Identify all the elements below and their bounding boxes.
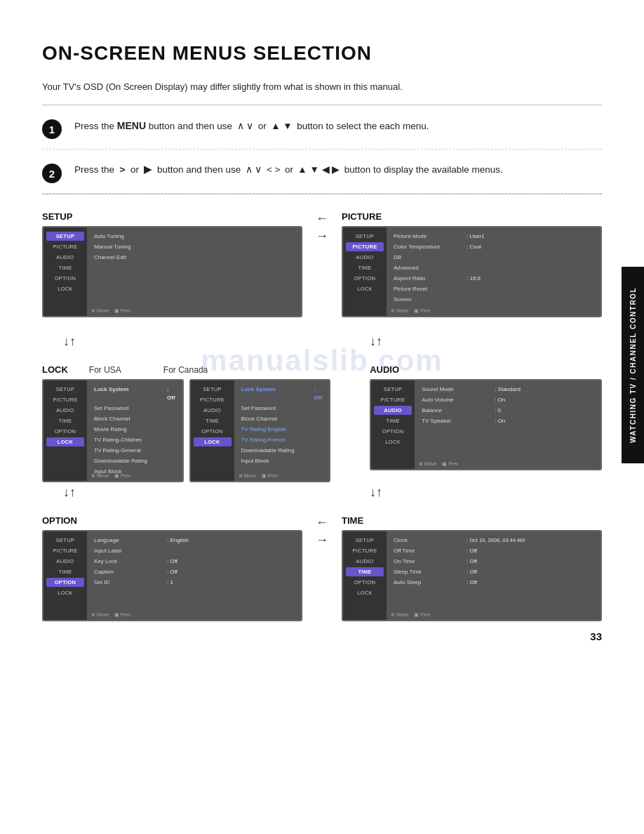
lock-canada-sidebar: SETUP PICTURE AUDIO TIME OPTION LOCK xyxy=(191,380,234,481)
picture-screen: SETUP PICTURE AUDIO TIME OPTION LOCK Pic… xyxy=(342,226,602,317)
audio-sidebar-setup: SETUP xyxy=(374,385,412,394)
time-sidebar-audio: AUDIO xyxy=(346,557,384,566)
lock-screens-container: SETUP PICTURE AUDIO TIME OPTION LOCK Loc… xyxy=(42,379,330,482)
picture-block: PICTURE SETUP PICTURE AUDIO TIME OPTION … xyxy=(342,211,602,317)
time-footer: ⊕ Move▣ Prev xyxy=(391,612,598,618)
arrow-right-icon: → xyxy=(316,229,328,244)
lock-down-arrows: ↓↑ xyxy=(63,485,302,500)
audio-block: AUDIO SETUP PICTURE AUDIO TIME OPTION LO… xyxy=(370,364,602,482)
lock-canada-lock: LOCK xyxy=(194,437,232,446)
audio-down-arrows: ↓↑ xyxy=(370,485,602,500)
picture-row-5: Aspect Ratio: 16:9 xyxy=(394,274,593,283)
down-arrows-icon-setup: ↓↑ xyxy=(63,334,76,349)
setup-label: SETUP xyxy=(42,211,302,222)
lock-usa-screen: SETUP PICTURE AUDIO TIME OPTION LOCK Loc… xyxy=(42,379,184,482)
arrow-left-icon: ← xyxy=(316,211,328,226)
picture-footer: ⊕ Move▣ Prev xyxy=(391,308,598,314)
picture-sidebar-lock: LOCK xyxy=(346,284,384,293)
lock-usa-row-4: Movie Rating xyxy=(94,425,175,434)
picture-row-3: DB xyxy=(394,253,593,262)
audio-footer: ⊕ Move▣ Prev xyxy=(419,461,598,467)
down-arrows-icon-audio: ↓↑ xyxy=(370,485,382,500)
time-label: TIME xyxy=(342,515,602,526)
picture-row-6: Picture Reset xyxy=(394,285,593,293)
center-arrows-1: ← → xyxy=(309,211,335,244)
option-screen: SETUP PICTURE AUDIO TIME OPTION LOCK Lan… xyxy=(42,530,302,621)
setup-sidebar-option: OPTION xyxy=(46,274,84,283)
lock-usa-row-3: Block Channel xyxy=(94,415,175,423)
picture-sidebar-audio: AUDIO xyxy=(346,253,384,262)
lock-usa-audio: AUDIO xyxy=(46,406,84,415)
time-sidebar-setup: SETUP xyxy=(346,536,384,545)
lock-canada-audio: AUDIO xyxy=(194,406,232,415)
option-sidebar: SETUP PICTURE AUDIO TIME OPTION LOCK xyxy=(43,531,87,620)
audio-row-3: Balance: 0 xyxy=(422,406,593,415)
option-row-5: Set ID: 1 xyxy=(94,578,294,587)
picture-sidebar-setup: SETUP xyxy=(346,232,384,241)
audio-row-2: Auto Volume: On xyxy=(422,396,593,404)
time-row-3: On Time: Off xyxy=(394,557,593,566)
picture-sidebar-option: OPTION xyxy=(346,274,384,283)
divider-bottom-steps xyxy=(42,194,602,194)
menus-row-2: LOCK For USA For Canada SETUP PICTURE AU… xyxy=(42,364,602,482)
picture-sidebar-time: TIME xyxy=(346,263,384,272)
audio-sidebar-picture: PICTURE xyxy=(374,395,412,404)
arrows-row-2: ↓↑ ↓↑ xyxy=(42,482,602,504)
setup-footer: ⊕ Move▣ Prev xyxy=(91,308,298,314)
arrows-row-1: ↓↑ ↓↑ xyxy=(42,331,602,353)
page-container: manualslib.com ON-SCREEN MENUS SELECTION… xyxy=(0,0,644,663)
option-row-1: Language: English xyxy=(94,536,294,545)
setup-sidebar-time: TIME xyxy=(46,263,84,272)
subtitle: Your TV's OSD (On Screen Display) may di… xyxy=(42,81,602,92)
menus-section: SETUP SETUP PICTURE AUDIO TIME OPTION LO… xyxy=(42,211,602,621)
setup-sidebar-lock: LOCK xyxy=(46,284,84,293)
option-footer: ⊕ Move▣ Prev xyxy=(91,612,298,618)
audio-sidebar-time: TIME xyxy=(374,416,412,425)
picture-row-2: Color Temperature: Cool xyxy=(394,243,593,251)
lock-usa-setup: SETUP xyxy=(46,385,84,394)
option-sidebar-setup: SETUP xyxy=(46,536,84,545)
lock-canada-row-6: Downloadable Rating xyxy=(241,446,323,455)
time-row-2: Off Time: Off xyxy=(394,547,593,555)
arrow-right-icon-3: → xyxy=(316,533,328,548)
time-sidebar-time: TIME xyxy=(346,567,384,576)
down-arrows-icon-lock: ↓↑ xyxy=(63,485,76,500)
picture-row-1: Picture Mode: User1 xyxy=(394,232,593,241)
lock-usa-footer: ⊕ Move▣ Prev xyxy=(91,473,180,479)
time-row-5: Auto Sleep: Off xyxy=(394,578,593,587)
menus-row-3: OPTION SETUP PICTURE AUDIO TIME OPTION L… xyxy=(42,515,602,621)
lock-usa-row-7: Downloadable Rating xyxy=(94,457,175,465)
spacer-2 xyxy=(337,364,363,482)
time-content: Clock: Oct 19, 2006, 03:44 AM Off Time: … xyxy=(387,531,601,620)
step-1-number: 1 xyxy=(42,119,62,139)
lock-canada-option: OPTION xyxy=(194,427,232,436)
down-arrows-icon-picture: ↓↑ xyxy=(370,334,382,349)
picture-label: PICTURE xyxy=(342,211,602,222)
picture-content: Picture Mode: User1 Color Temperature: C… xyxy=(387,227,601,316)
step-2: 2 Press the > or ▶ button and then use ∧… xyxy=(42,150,602,193)
audio-sidebar-lock: LOCK xyxy=(374,437,412,446)
lock-canada-content: Lock System: Off Set Password Block Chan… xyxy=(234,380,330,481)
time-row-4: Sleep Time: Off xyxy=(394,568,593,576)
setup-row-3: Channel Edit xyxy=(94,253,294,262)
lock-usa-time: TIME xyxy=(46,416,84,425)
option-sidebar-lock: LOCK xyxy=(46,588,84,597)
step-1: 1 Press the MENU button and then use ∧ ∨… xyxy=(42,105,602,149)
option-label: OPTION xyxy=(42,515,302,526)
time-sidebar-picture: PICTURE xyxy=(346,546,384,555)
for-canada-label: For Canada xyxy=(163,365,208,375)
arrow-left-icon-3: ← xyxy=(316,515,328,530)
lock-usa-content: Lock System: Off Set Password Block Chan… xyxy=(87,380,182,481)
audio-screen: SETUP PICTURE AUDIO TIME OPTION LOCK Sou… xyxy=(370,379,602,470)
audio-sidebar-audio: AUDIO xyxy=(374,406,412,415)
setup-content: Auto Tuning Manual Tuning Channel Edit ⊕… xyxy=(87,227,301,316)
audio-sidebar: SETUP PICTURE AUDIO TIME OPTION LOCK xyxy=(371,380,415,469)
setup-sidebar: SETUP PICTURE AUDIO TIME OPTION LOCK xyxy=(43,227,87,316)
step-1-text: Press the MENU button and then use ∧ ∨ o… xyxy=(74,118,429,135)
lock-block: LOCK For USA For Canada SETUP PICTURE AU… xyxy=(42,364,330,482)
lock-canada-setup: SETUP xyxy=(194,385,232,394)
option-sidebar-audio: AUDIO xyxy=(46,557,84,566)
lock-usa-sidebar: SETUP PICTURE AUDIO TIME OPTION LOCK xyxy=(43,380,87,481)
lock-canada-picture: PICTURE xyxy=(194,395,232,404)
time-sidebar: SETUP PICTURE AUDIO TIME OPTION LOCK xyxy=(343,531,387,620)
